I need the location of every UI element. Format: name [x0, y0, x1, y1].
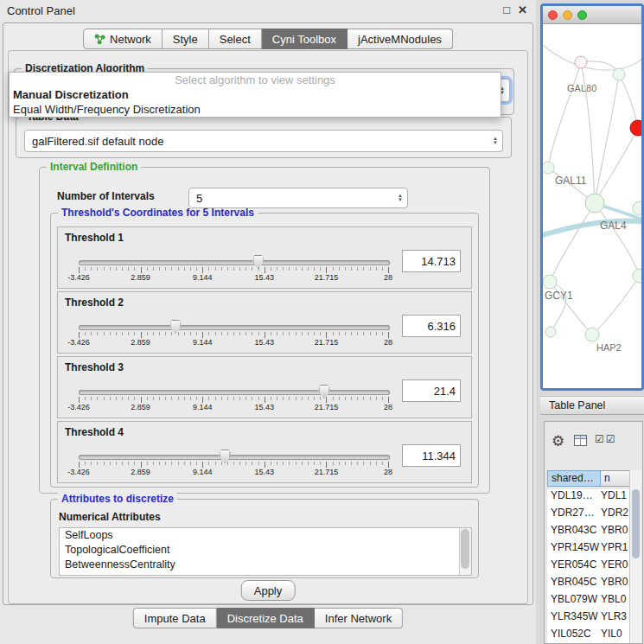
table-row[interactable]: YLR345WYLR3: [547, 610, 634, 628]
node-label: GAL4: [600, 220, 627, 232]
network-node[interactable]: [633, 269, 641, 283]
table-row[interactable]: YDL19…YDL1: [547, 489, 634, 507]
number-of-intervals-select[interactable]: 5 ▲▼: [188, 188, 408, 208]
slider-tick-marks: [79, 267, 389, 273]
tab-impute-data[interactable]: Impute Data: [133, 608, 217, 628]
column-header-shared-name[interactable]: shared…: [547, 470, 601, 487]
minimize-traffic-button[interactable]: [563, 10, 572, 20]
tab-network[interactable]: Network: [83, 29, 163, 49]
close-traffic-button[interactable]: [548, 10, 558, 20]
network-node[interactable]: [585, 328, 599, 341]
table-row[interactable]: YPR145WYPR1: [547, 541, 634, 558]
threshold-2-value[interactable]: 6.316: [402, 315, 461, 337]
cell-shared-name: YIL052C: [547, 628, 601, 644]
threshold-3-value[interactable]: 21.4: [402, 379, 461, 402]
float-panel-icon[interactable]: □: [503, 3, 510, 16]
network-node[interactable]: [543, 162, 554, 174]
dropdown-placeholder: Select algorithm to view settings: [10, 73, 501, 87]
tick-label: 21.715: [315, 338, 339, 347]
cell-shared-name: YBR043C: [547, 524, 601, 541]
table-body: YDL19…YDL1 YDR27…YDR2 YBR043CYBR0 YPR145…: [547, 489, 634, 644]
tick-label: 15.43: [255, 468, 275, 476]
threshold-4-value[interactable]: 11.344: [402, 444, 461, 467]
dropdown-option-equal-width-frequency[interactable]: Equal Width/Frequency Discretization: [10, 102, 501, 117]
network-node[interactable]: [575, 56, 587, 68]
tab-style[interactable]: Style: [163, 29, 209, 49]
attributes-group-title: Attributes to discretize: [58, 493, 177, 505]
table-row[interactable]: YBR043CYBR0: [547, 524, 634, 541]
algorithm-dropdown: Select algorithm to view settings Manual…: [9, 72, 501, 118]
table-row[interactable]: YER054CYER0: [547, 558, 634, 576]
network-canvas[interactable]: GAL80 GAL11 GAL4 GCY1 HAP2: [543, 24, 641, 389]
threshold-3-slider[interactable]: [79, 390, 390, 395]
threshold-4-slider[interactable]: [79, 455, 390, 460]
tick-label: 28: [384, 403, 392, 411]
tab-jactivemnodules[interactable]: jActiveMNodules: [348, 29, 453, 49]
interval-definition-title: Interval Definition: [47, 161, 141, 173]
threshold-4-label: Threshold 4: [65, 426, 124, 438]
panel-title: Control Panel: [7, 4, 75, 17]
network-node[interactable]: [613, 68, 625, 80]
network-node[interactable]: [543, 275, 557, 289]
tick-label: 15.43: [255, 338, 275, 347]
attribute-item[interactable]: TopologicalCoefficient: [60, 543, 471, 558]
tab-select[interactable]: Select: [209, 29, 262, 49]
cell-shared-name: YBL079W: [547, 593, 601, 610]
close-panel-icon[interactable]: ✕: [518, 3, 527, 16]
tab-label: Infer Network: [325, 612, 392, 625]
list-scrollbar[interactable]: [459, 528, 471, 575]
threshold-1-panel: Threshold 1 14.713 -3.4262.8599.14415.43…: [57, 226, 472, 289]
tab-label: Impute Data: [144, 612, 206, 625]
table-row[interactable]: YIL052CYIL0: [547, 628, 634, 644]
top-tab-bar: Network Style Select Cyni Toolbox jActiv…: [83, 29, 453, 49]
tab-discretize-data[interactable]: Discretize Data: [217, 608, 315, 628]
slider-tick-marks: [79, 462, 389, 468]
gear-icon[interactable]: ⚙: [552, 432, 564, 450]
tick-label: 21.715: [315, 273, 339, 282]
cell-shared-name: YPR145W: [547, 541, 601, 558]
table-row[interactable]: YBL079WYBL0: [547, 593, 634, 610]
scrollbar-thumb[interactable]: [461, 529, 469, 569]
tick-label: 28: [384, 468, 392, 476]
cell-shared-name: YLR345W: [547, 610, 601, 628]
network-icon: [94, 34, 105, 44]
dropdown-option-manual-discretization[interactable]: Manual Discretization: [10, 87, 501, 102]
table-panel-title: Table Panel: [549, 399, 605, 411]
tab-label: Style: [173, 33, 198, 46]
threshold-coordinates-title: Threshold's Coordinates for 5 Intervals: [58, 207, 258, 219]
cell-shared-name: YBR045C: [547, 576, 601, 593]
network-node[interactable]: [585, 194, 604, 213]
tick-label: 28: [384, 338, 392, 347]
network-node[interactable]: [545, 327, 556, 337]
attribute-item[interactable]: BetweennessCentrality: [60, 558, 471, 572]
threshold-1-label: Threshold 1: [65, 232, 124, 244]
tick-label: 9.144: [193, 273, 213, 282]
network-node[interactable]: [633, 201, 641, 215]
threshold-2-slider[interactable]: [79, 325, 390, 330]
threshold-1-slider[interactable]: [79, 260, 390, 265]
table-row[interactable]: YBR045CYBR0: [547, 576, 634, 593]
tick-label: 9.144: [193, 403, 213, 411]
control-panel: Control Panel □ ✕ Network Style Select C…: [0, 0, 536, 644]
table-data-select[interactable]: galFiltered.sif default node ▲▼: [24, 130, 503, 152]
attribute-item[interactable]: SelfLoops: [60, 528, 471, 543]
network-edge-highlighted: [543, 220, 641, 236]
tick-label: 2.859: [131, 468, 150, 476]
network-node-selected[interactable]: [630, 120, 641, 136]
table-row[interactable]: YDR27…YDR2: [547, 507, 634, 524]
tab-cyni-toolbox[interactable]: Cyni Toolbox: [262, 29, 348, 49]
combo-arrows-icon: ▲▼: [493, 137, 502, 145]
bottom-tab-bar: Impute Data Discretize Data Infer Networ…: [133, 608, 403, 628]
scrollbar-thumb[interactable]: [632, 489, 640, 558]
zoom-traffic-button[interactable]: [577, 10, 587, 20]
threshold-2-label: Threshold 2: [65, 296, 124, 309]
checkbox-icons[interactable]: ☑☑: [595, 433, 617, 445]
table-header-row: shared… n: [547, 470, 641, 487]
tick-label: 2.859: [131, 273, 150, 282]
column-selector-icon[interactable]: [574, 435, 587, 446]
apply-button[interactable]: Apply: [241, 580, 296, 601]
threshold-1-value[interactable]: 14.713: [402, 250, 461, 272]
table-scrollbar[interactable]: [629, 470, 641, 643]
tab-infer-network[interactable]: Infer Network: [315, 608, 403, 628]
tick-label: 9.144: [193, 338, 213, 347]
